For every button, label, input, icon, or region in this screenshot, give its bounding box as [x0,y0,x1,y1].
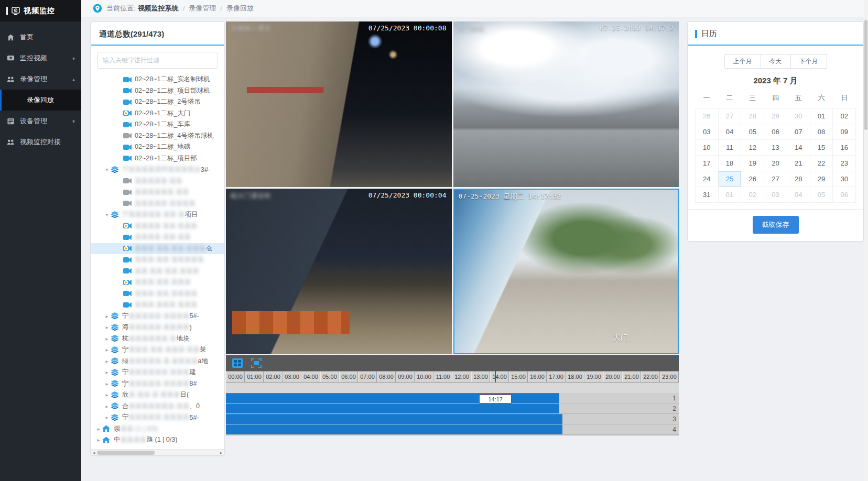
caret-open-icon[interactable]: ▾ [103,167,111,172]
tree-item-camera[interactable]: 某某某某某 某某某某 [91,198,224,210]
tree-item-camera[interactable]: 某某某某某某 某某 [91,187,224,198]
caret-closed-icon[interactable]: ▸ [103,381,111,387]
tree-item-camera[interactable]: 某某某 某某 某某某某 [91,288,224,300]
sidebar-item-home[interactable]: 首页 [0,27,81,48]
caret-closed-icon[interactable]: ▸ [103,336,111,342]
tree-item-group[interactable]: ▸宁某某某某某 某某某某5#- [91,311,224,322]
hour-tick[interactable]: 07:00 [358,371,377,382]
hour-tick[interactable]: 05:00 [320,371,339,382]
tree-item-group[interactable]: ▸绿某某某某某 某 某某某某a地 [91,356,224,367]
day-cell[interactable]: 13 [764,140,787,156]
tree-item-camera[interactable]: 02~28~1二标_项目部 [91,153,224,165]
caret-closed-icon[interactable]: ▸ [103,358,111,364]
day-cell[interactable]: 15 [810,140,833,156]
caret-closed-icon[interactable]: ▸ [95,437,102,443]
day-cell[interactable]: 22 [810,156,833,171]
hour-tick[interactable]: 21:00 [622,371,641,382]
tree-item-group[interactable]: ▸宁某某某某某某 某某某建 [91,367,224,378]
tree-item-group[interactable]: ▸宁某某某某某 某某某某5#- [91,412,224,423]
sidebar-item-live-video[interactable]: 监控视频 ▾ [0,48,81,69]
day-cell[interactable]: 29 [810,171,833,187]
day-cell[interactable]: 02 [833,108,856,124]
prev-month-button[interactable]: 上个月 [724,54,761,69]
caret-closed-icon[interactable]: ▸ [103,313,111,319]
tree-item-group[interactable]: ▸合某某某某某某某 某某、0 [91,401,224,412]
recording-track-row[interactable]: 2 [226,403,679,414]
day-cell[interactable]: 27 [764,171,787,187]
sidebar-item-recording-mgmt[interactable]: 录像管理 ▴ [0,69,81,90]
tree-item-camera[interactable]: 某某某某某 某某 [91,176,224,187]
tree-item-camera[interactable]: 某某 某某 某某 某某某 [91,266,224,277]
playhead-marker[interactable] [495,367,496,382]
hour-tick[interactable]: 03:00 [283,371,301,382]
recording-bar[interactable] [226,414,562,424]
tree-item-camera[interactable]: 02~28~1二标_4号塔吊球机 [91,130,224,142]
tree-item-group[interactable]: ▸宁某某某 某某 某某某 某某莱 [91,344,224,356]
caret-closed-icon[interactable]: ▸ [95,426,102,432]
day-cell[interactable]: 14 [787,140,810,156]
hour-tick[interactable]: 13:00 [471,371,490,382]
tree-item-camera[interactable]: 02~28~1二标_2号塔吊 [91,96,224,108]
day-cell[interactable]: 09 [833,124,856,140]
hour-tick[interactable]: 11:00 [433,371,452,382]
day-cell[interactable]: 28 [741,108,764,124]
channel-filter-input[interactable] [97,52,218,69]
caret-closed-icon[interactable]: ▸ [103,324,111,330]
day-cell[interactable]: 04 [719,124,742,140]
tree-item-camera[interactable]: 某某某 某某某 某某某 [91,299,224,311]
hour-tick[interactable]: 23:00 [660,371,679,382]
tree-item-camera[interactable]: 某某某 某某 某某某某某 [91,254,224,266]
day-cell[interactable]: 21 [787,156,810,171]
capture-save-button[interactable]: 截取保存 [753,216,799,234]
day-cell[interactable]: 30 [787,108,810,124]
day-cell[interactable]: 11 [719,140,742,156]
day-cell[interactable]: 26 [741,171,764,187]
tree-item-camera[interactable]: 某某某某 某某 某某某 [91,221,224,232]
hour-tick[interactable]: 08:00 [377,371,396,382]
caret-open-icon[interactable]: ▾ [103,212,111,217]
next-month-button[interactable]: 下个月 [791,54,827,69]
day-cell[interactable]: 01 [719,187,742,203]
sidebar-item-playback-active[interactable]: 录像回放 [0,90,81,111]
recording-bar[interactable] [226,403,559,413]
day-cell[interactable]: 23 [833,156,856,171]
tree-item-camera[interactable]: 02~28~1二标_大门 [91,108,224,119]
sidebar-item-device-mgmt[interactable]: 设备管理 ▾ [0,111,81,132]
day-cell[interactable]: 06 [764,124,787,140]
day-cell[interactable]: 05 [810,187,833,203]
day-cell[interactable]: 03 [764,187,787,203]
hour-tick[interactable]: 01:00 [245,371,264,382]
caret-closed-icon[interactable]: ▸ [103,403,111,409]
scroll-left-arrow-icon[interactable]: ◂ [91,450,97,456]
scrollbar-thumb[interactable] [864,20,867,130]
day-cell[interactable]: 24 [696,171,719,187]
timeline-ruler[interactable]: 00:0001:0002:0003:0004:0005:0006:0007:00… [226,371,679,382]
day-cell[interactable]: 28 [787,171,810,187]
hour-tick[interactable]: 17:00 [547,371,566,382]
video-cell-3[interactable]: 南大门通道枪07/25/2023 00:00:04 [226,189,452,354]
hour-tick[interactable]: 12:00 [452,371,471,382]
breadcrumb-item[interactable]: 录像管理 [189,4,216,13]
hour-tick[interactable]: 22:00 [641,371,660,382]
day-cell[interactable]: 07 [787,124,810,140]
hour-tick[interactable]: 00:00 [226,371,245,382]
video-cell-2[interactable]: 大门球机07-25-2023 14:17:2 [453,21,679,187]
tree-item-group[interactable]: ▾宁波某某某某部某某某某诊3#- [91,164,224,176]
hour-tick[interactable]: 04:00 [301,371,320,382]
recording-track-row[interactable]: 1 [226,393,679,403]
day-cell[interactable]: 05 [741,124,764,140]
hour-tick[interactable]: 20:00 [603,371,622,382]
hour-tick[interactable]: 18:00 [566,371,584,382]
day-cell[interactable]: 18 [719,156,742,171]
day-cell-selected[interactable]: 25 [719,171,742,187]
day-cell[interactable]: 31 [696,187,719,203]
tree-item-group[interactable]: ▸欣某 某某 某 某某某目( [91,389,224,401]
hour-tick[interactable]: 14:00 [490,371,509,382]
caret-closed-icon[interactable]: ▸ [103,369,111,375]
day-cell[interactable]: 01 [810,108,833,124]
video-cell-4-selected[interactable]: 07-25-2023 星期二 14:17:32大门 [453,189,679,354]
tree-item-group[interactable]: ▾宁某某某某某 某某 某项目 [91,209,224,221]
tree-item-group[interactable]: ▸宁某某某某某 某某某某8# [91,378,224,390]
recording-track-row[interactable]: 3 [226,414,679,424]
tree-item-group[interactable]: ▸杭某某某某某某 某地块 [91,333,224,345]
